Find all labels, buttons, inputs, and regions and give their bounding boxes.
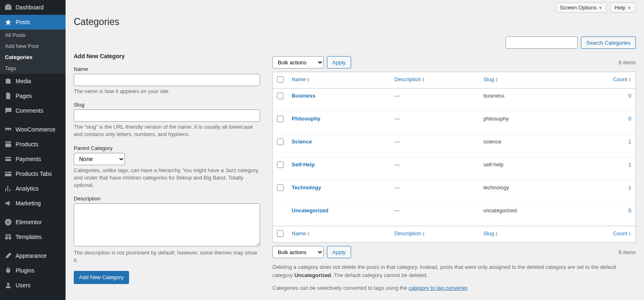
sidebar-item-label: Plugins bbox=[16, 267, 34, 274]
name-input[interactable] bbox=[74, 74, 260, 86]
count-link[interactable]: 0 bbox=[628, 207, 631, 214]
count-link[interactable]: 0 bbox=[628, 116, 631, 122]
row-checkbox[interactable] bbox=[277, 161, 283, 168]
search-input[interactable] bbox=[506, 36, 578, 49]
category-name-link[interactable]: Uncategorized bbox=[292, 207, 329, 214]
sidebar-item-label: Appearance bbox=[16, 252, 47, 259]
category-name-link[interactable]: Business bbox=[292, 93, 315, 99]
sidebar-item-plugins[interactable]: Plugins bbox=[0, 263, 66, 278]
sort-icon: ▲▼ bbox=[307, 77, 310, 82]
count-link[interactable]: 1 bbox=[628, 161, 631, 168]
col-name-foot[interactable]: Name▲▼ bbox=[288, 226, 390, 243]
slug-cell: philosophy bbox=[479, 111, 575, 134]
sort-icon: ▲▼ bbox=[422, 232, 425, 236]
sidebar-item-dashboard[interactable]: Dashboard bbox=[0, 0, 66, 15]
slug-cell: uncategorized bbox=[479, 203, 575, 226]
description-textarea[interactable] bbox=[74, 203, 260, 246]
select-all-bottom[interactable] bbox=[277, 230, 283, 237]
apply-bottom-button[interactable]: Apply bbox=[327, 246, 351, 258]
main-content: Screen Options▼ Help▼ Categories Search … bbox=[66, 0, 644, 300]
col-slug[interactable]: Slug▲▼ bbox=[479, 72, 575, 89]
items-count-top: 6 items bbox=[619, 59, 636, 66]
sidebar-item-payments[interactable]: Payments bbox=[0, 152, 66, 166]
analytics-icon bbox=[4, 184, 12, 193]
description-cell: — bbox=[395, 139, 400, 145]
sort-icon: ▲▼ bbox=[307, 232, 310, 236]
category-name-link[interactable]: Self-Help bbox=[292, 161, 315, 168]
row-checkbox[interactable] bbox=[277, 93, 283, 99]
sort-icon: ▲▼ bbox=[628, 232, 631, 236]
media-icon bbox=[4, 77, 12, 85]
sidebar-item-pages[interactable]: Pages bbox=[0, 89, 66, 103]
admin-sidebar: DashboardPostsAll PostsAdd New PostCateg… bbox=[0, 0, 66, 300]
sidebar-item-products[interactable]: Products bbox=[0, 137, 66, 152]
sidebar-item-marketing[interactable]: Marketing bbox=[0, 196, 66, 211]
woocommerce-icon bbox=[4, 125, 12, 134]
appearance-icon bbox=[4, 252, 12, 260]
count-link[interactable]: 0 bbox=[628, 93, 631, 99]
help-button[interactable]: Help▼ bbox=[610, 2, 636, 13]
comments-icon bbox=[4, 107, 12, 115]
sidebar-item-analytics[interactable]: Analytics bbox=[0, 181, 66, 196]
category-name-link[interactable]: Philosophy bbox=[292, 116, 320, 122]
dashboard-icon bbox=[4, 3, 12, 11]
col-description-foot[interactable]: Description▲▼ bbox=[390, 226, 479, 243]
sidebar-item-label: Elementor bbox=[16, 219, 42, 225]
sidebar-subitem-tags[interactable]: Tags bbox=[0, 63, 66, 74]
slug-cell: technology bbox=[479, 180, 575, 203]
category-name-link[interactable]: Science bbox=[292, 139, 312, 145]
table-row: Self-Help—self-help1 bbox=[273, 157, 636, 180]
col-count-foot[interactable]: Count▲▼ bbox=[574, 226, 635, 243]
sidebar-item-media[interactable]: Media bbox=[0, 74, 66, 89]
posts-icon bbox=[4, 18, 12, 26]
slug-cell: business bbox=[479, 89, 575, 111]
add-category-form: Add New Category Name The name is how it… bbox=[74, 53, 260, 292]
sidebar-subitem-categories[interactable]: Categories bbox=[0, 52, 66, 63]
sidebar-subitem-all-posts[interactable]: All Posts bbox=[0, 30, 66, 41]
bulk-actions-top[interactable]: Bulk actions bbox=[272, 56, 324, 68]
sidebar-item-label: Pages bbox=[16, 93, 32, 99]
sidebar-item-label: WooCommerce bbox=[16, 126, 55, 133]
sidebar-item-comments[interactable]: Comments bbox=[0, 103, 66, 118]
apply-top-button[interactable]: Apply bbox=[327, 56, 351, 68]
col-name[interactable]: Name▲▼ bbox=[288, 72, 390, 89]
category-name-link[interactable]: Technology bbox=[292, 184, 321, 191]
search-categories-button[interactable]: Search Categories bbox=[581, 36, 636, 49]
col-count[interactable]: Count▲▼ bbox=[574, 72, 635, 89]
svg-point-1 bbox=[7, 283, 9, 285]
sidebar-item-label: Products bbox=[16, 141, 38, 148]
table-row: Technology—technology1 bbox=[273, 180, 636, 203]
category-to-tag-link[interactable]: category to tag converter bbox=[408, 285, 467, 291]
slug-input[interactable] bbox=[74, 109, 260, 122]
sidebar-item-label: Payments bbox=[16, 156, 41, 162]
col-description[interactable]: Description▲▼ bbox=[390, 72, 479, 89]
row-checkbox[interactable] bbox=[277, 116, 283, 122]
bulk-actions-bottom[interactable]: Bulk actions bbox=[272, 246, 324, 258]
sort-icon: ▲▼ bbox=[495, 232, 498, 236]
sidebar-item-elementor[interactable]: Elementor bbox=[0, 215, 66, 230]
users-icon bbox=[4, 281, 12, 289]
parent-label: Parent Category bbox=[74, 145, 260, 151]
col-slug-foot[interactable]: Slug▲▼ bbox=[479, 226, 575, 243]
sidebar-item-templates[interactable]: Templates bbox=[0, 230, 66, 244]
add-category-button[interactable]: Add New Category bbox=[74, 271, 129, 284]
sidebar-item-label: Dashboard bbox=[16, 4, 44, 11]
page-title: Categories bbox=[74, 13, 636, 29]
screen-options-button[interactable]: Screen Options▼ bbox=[556, 2, 607, 13]
sidebar-item-label: Posts bbox=[16, 19, 30, 25]
templates-icon bbox=[4, 233, 12, 241]
add-form-heading: Add New Category bbox=[74, 53, 260, 59]
sidebar-item-woocommerce[interactable]: WooCommerce bbox=[0, 122, 66, 137]
sidebar-item-posts[interactable]: Posts bbox=[0, 15, 66, 30]
count-link[interactable]: 1 bbox=[628, 184, 631, 191]
row-checkbox[interactable] bbox=[277, 139, 283, 145]
sidebar-item-products-tabs[interactable]: Products Tabs bbox=[0, 166, 66, 181]
sidebar-subitem-add-new[interactable]: Add New Post bbox=[0, 41, 66, 52]
row-checkbox[interactable] bbox=[277, 184, 283, 191]
sidebar-item-users[interactable]: Users bbox=[0, 278, 66, 293]
count-link[interactable]: 1 bbox=[628, 139, 631, 145]
parent-select[interactable]: None bbox=[74, 153, 125, 165]
sidebar-item-appearance[interactable]: Appearance bbox=[0, 248, 66, 263]
select-all-top[interactable] bbox=[277, 76, 283, 83]
pages-icon bbox=[4, 92, 12, 100]
